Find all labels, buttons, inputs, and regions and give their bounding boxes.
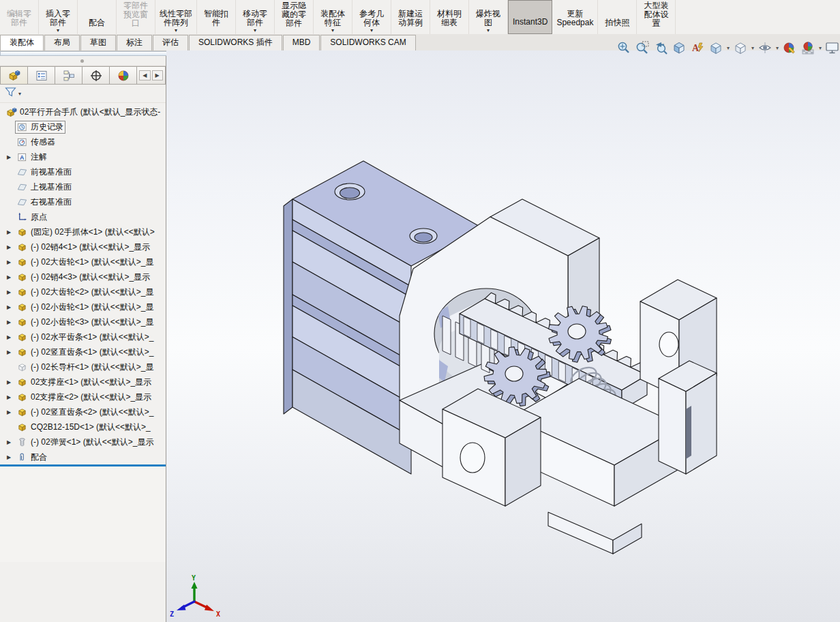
chevron-down-icon[interactable]: ▾ xyxy=(776,45,779,51)
tree-item[interactable]: 02平行开合手爪 (默认<默认_显示状态- xyxy=(0,104,166,119)
chevron-down-icon[interactable]: ▾ xyxy=(819,45,822,51)
tab-solidworks-cam[interactable]: SOLIDWORKS CAM xyxy=(320,35,415,50)
tree-item[interactable]: ▶ (-) 02竖直齿条<1> (默认<<默认>_ xyxy=(0,344,166,359)
tab-layout[interactable]: 布局 xyxy=(44,35,80,50)
tree-item-icon xyxy=(6,106,18,117)
tree-item[interactable]: ▶ (-) 02销4<1> (默认<<默认>_显示 xyxy=(0,239,166,254)
tab-assembly[interactable]: 装配体 xyxy=(0,35,44,50)
toolbar-button-large-assembly-settings[interactable]: 大型装 配体设 置 xyxy=(637,0,676,34)
toolbar-button-linear-component-pattern[interactable]: 线性零部 件阵列 ▾ xyxy=(155,0,197,34)
expand-arrow-icon[interactable]: ▶ xyxy=(7,334,15,340)
tree-item[interactable]: ▶ (-) 02大齿轮<1> (默认<<默认>_显 xyxy=(0,254,166,269)
tab-evaluate[interactable]: 评估 xyxy=(153,35,188,50)
panel-splitter[interactable] xyxy=(0,56,166,66)
tree-item[interactable]: ▶ 02支撑座<1> (默认<<默认>_显示 xyxy=(0,374,166,389)
dynamic-annotation-views-icon[interactable]: A xyxy=(689,40,706,56)
tree-item[interactable]: ▶ (-) 02水平齿条<1> (默认<<默认>_ xyxy=(0,329,166,344)
zoom-to-area-icon[interactable] xyxy=(634,40,650,56)
apply-scene-icon[interactable] xyxy=(800,40,816,56)
tree-item[interactable]: ▶ (-) 02弹簧<1> (默认<<默认>_显示 xyxy=(0,434,166,449)
toolbar-button-new-motion-study[interactable]: 新建运 动算例 xyxy=(391,0,430,34)
tree-item[interactable]: 传感器 xyxy=(0,134,166,149)
ribbon-tab-label: 布局 xyxy=(54,38,70,47)
tab-sketch[interactable]: 草图 xyxy=(80,35,116,50)
view-settings-icon[interactable] xyxy=(824,40,840,56)
tree-item[interactable]: ▶ (固定) 02手抓体<1> (默认<<默认> xyxy=(0,224,166,239)
tab-mbd[interactable]: MBD xyxy=(283,35,320,50)
toolbar-button-update-speedpak[interactable]: 更新 Speedpak xyxy=(552,0,598,34)
tab-dimxpertmanager[interactable] xyxy=(82,66,110,85)
view-orientation-icon[interactable] xyxy=(708,40,724,56)
tree-item[interactable]: ▶ 配合 xyxy=(0,449,166,464)
tree-item[interactable]: CQ2B12-15D<1> (默认<<默认>_ xyxy=(0,419,166,434)
tree-item-label: 02支撑座<2> (默认<<默认>_显示 xyxy=(31,391,151,403)
tree-item[interactable]: ▶ (-) 02竖直齿条<2> (默认<<默认>_ xyxy=(0,404,166,419)
toolbar-button-exploded-view[interactable]: 爆炸视 图 ▾ xyxy=(469,0,508,34)
expand-arrow-icon[interactable]: ▶ xyxy=(7,154,15,160)
graphics-viewport[interactable]: Y X Z xyxy=(166,50,840,622)
feature-manager-panel: ◀ ▶ ▾ 02平行开合手爪 (默认<默认_显示状态- 历史记录 传感器 ▶ A… xyxy=(0,56,166,622)
tab-propertymanager[interactable] xyxy=(28,66,55,85)
tab-markup[interactable]: 标注 xyxy=(117,35,152,50)
toolbar-button-insert-components[interactable]: 插入零 部件 ▾ xyxy=(39,0,78,34)
tree-item[interactable]: ▶ A 注解 xyxy=(0,149,166,164)
display-style-icon[interactable] xyxy=(732,40,749,56)
expand-arrow-icon[interactable]: ▶ xyxy=(7,319,15,325)
expand-arrow-icon[interactable]: ▶ xyxy=(7,439,15,445)
expand-arrow-icon[interactable]: ▶ xyxy=(7,229,15,235)
scroll-right-icon[interactable]: ▶ xyxy=(152,70,163,80)
expand-arrow-icon[interactable]: ▶ xyxy=(7,244,15,250)
tree-item[interactable]: 历史记录 xyxy=(0,119,166,134)
expand-arrow-icon[interactable]: ▶ xyxy=(7,394,15,400)
toolbar-button-mate[interactable]: 配合 xyxy=(78,0,117,34)
tab-featuremanager-design-tree[interactable] xyxy=(0,66,28,85)
ribbon-tab-label: 装配体 xyxy=(10,38,34,47)
tab-solidworks-addins[interactable]: SOLIDWORKS 插件 xyxy=(189,35,282,50)
tree-item[interactable]: 前视基准面 xyxy=(0,164,166,179)
tree-item-icon xyxy=(17,256,29,267)
model-canvas[interactable]: Y X Z xyxy=(166,58,840,622)
tree-item-label: (-) 02弹簧<1> (默认<<默认>_显示 xyxy=(31,436,153,448)
tree-item[interactable]: ▶ (-) 02小齿轮<1> (默认<<默认>_显 xyxy=(0,299,166,314)
expand-arrow-icon[interactable]: ▶ xyxy=(7,304,15,310)
tree-item[interactable]: ▶ (-) 02销4<3> (默认<<默认>_显示 xyxy=(0,269,166,284)
tree-item-label: (-) 02大齿轮<2> (默认<<默认>_显 xyxy=(31,286,153,298)
toolbar-button-assembly-features[interactable]: 装配体 特征 ▾ xyxy=(314,0,352,34)
tree-item[interactable]: ▶ (-) 02大齿轮<2> (默认<<默认>_显 xyxy=(0,284,166,299)
previous-view-icon[interactable] xyxy=(652,40,669,56)
tree-item[interactable]: ▶ 02支撑座<2> (默认<<默认>_显示 xyxy=(0,389,166,404)
tree-item[interactable]: 原点 xyxy=(0,209,166,224)
zoom-to-fit-icon[interactable] xyxy=(616,40,632,56)
toolbar-button-take-snapshot[interactable]: 拍快照 xyxy=(598,0,637,34)
toolbar-button-move-component[interactable]: 移动零 部件 ▾ xyxy=(236,0,275,34)
chevron-down-icon[interactable]: ▾ xyxy=(18,91,21,97)
tree-item[interactable]: (-) 02长导杆<1> (默认<<默认>_显 xyxy=(0,359,166,374)
toolbar-button-reference-geometry[interactable]: 参考几 何体 ▾ xyxy=(352,0,391,34)
toolbar-button-label: 线性零部 件阵列 xyxy=(160,10,192,27)
toolbar-button-instant3d[interactable]: Instant3D xyxy=(508,0,552,34)
tab-configurationmanager[interactable] xyxy=(55,66,82,85)
tab-displaymanager[interactable] xyxy=(110,66,137,85)
toolbar-button-smart-fasteners[interactable]: 智能扣 件 xyxy=(197,0,236,34)
toolbar-button-show-hidden-components[interactable]: 显示隐 藏的零 部件 xyxy=(275,0,314,34)
toolbar-button-label: 新建运 动算例 xyxy=(398,10,423,27)
tree-item[interactable]: 右视基准面 xyxy=(0,194,166,209)
chevron-down-icon[interactable]: ▾ xyxy=(751,45,754,51)
chevron-down-icon[interactable]: ▾ xyxy=(727,45,730,51)
expand-arrow-icon[interactable]: ▶ xyxy=(7,454,15,460)
scroll-left-icon[interactable]: ◀ xyxy=(139,70,150,80)
hide-show-items-icon[interactable] xyxy=(757,40,773,56)
filter-funnel-icon[interactable] xyxy=(4,86,17,101)
tree-item[interactable]: 上视基准面 xyxy=(0,179,166,194)
expand-arrow-icon[interactable]: ▶ xyxy=(7,274,15,280)
expand-arrow-icon[interactable]: ▶ xyxy=(7,349,15,355)
toolbar-button-bill-of-materials[interactable]: 材料明 细表 xyxy=(430,0,469,34)
expand-arrow-icon[interactable]: ▶ xyxy=(7,289,15,295)
expand-arrow-icon[interactable]: ▶ xyxy=(7,259,15,265)
tree-item[interactable]: ▶ (-) 02小齿轮<3> (默认<<默认>_显 xyxy=(0,314,166,329)
toolbar-button-label: 更新 Speedpak xyxy=(556,10,593,27)
edit-appearance-icon[interactable] xyxy=(781,40,798,56)
expand-arrow-icon[interactable]: ▶ xyxy=(7,379,15,385)
expand-arrow-icon[interactable]: ▶ xyxy=(7,409,15,415)
section-view-icon[interactable] xyxy=(671,40,687,56)
